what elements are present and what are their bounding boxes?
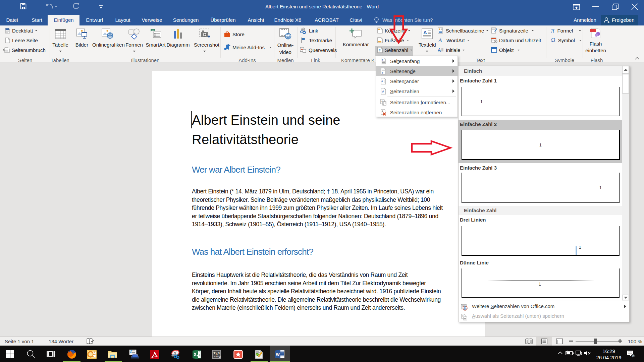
svg-text:#: # bbox=[382, 90, 384, 93]
svg-text:W: W bbox=[276, 352, 280, 357]
svg-text:#: # bbox=[381, 100, 383, 103]
svg-text:#: # bbox=[382, 110, 383, 112]
svg-text:#: # bbox=[379, 49, 381, 52]
svg-text:#: # bbox=[381, 80, 383, 83]
svg-text:A: A bbox=[423, 29, 427, 35]
svg-text:#: # bbox=[382, 58, 383, 61]
svg-text:A: A bbox=[438, 38, 442, 43]
svg-text:2: 2 bbox=[632, 354, 634, 358]
svg-text:#: # bbox=[462, 315, 464, 317]
svg-text:#: # bbox=[382, 71, 383, 74]
